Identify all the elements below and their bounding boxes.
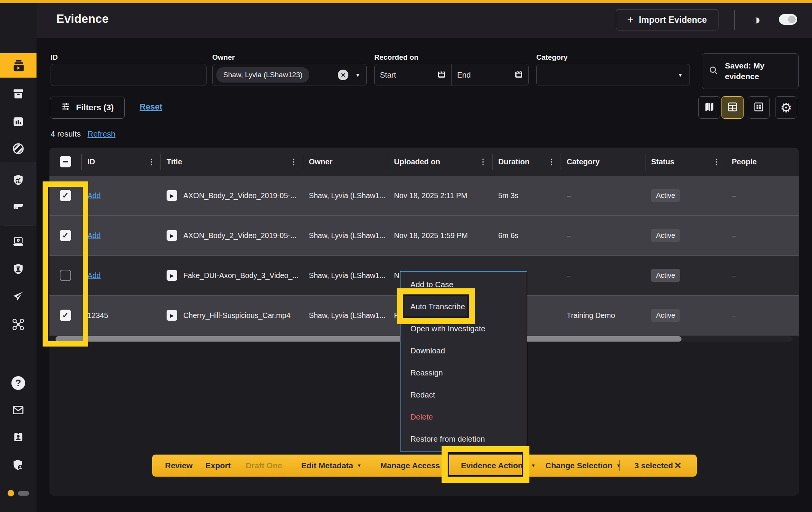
evidence-actions-button[interactable]: Evidence Actions ▼ [461, 455, 536, 477]
sidebar-item-analytics[interactable] [0, 110, 37, 134]
import-evidence-button[interactable]: + Import Evidence [616, 9, 718, 30]
striped-circle-icon [12, 142, 25, 155]
menu-item-redact[interactable]: Redact [400, 384, 527, 406]
contrast-icon[interactable]: ◑ [752, 10, 761, 30]
scrollbar-thumb[interactable] [56, 336, 682, 342]
owner-filter-label: Owner [212, 53, 235, 62]
chevron-down-icon: ▼ [678, 73, 683, 78]
table-view-button[interactable] [721, 96, 744, 119]
video-play-icon: ▶ [167, 310, 177, 321]
column-header-duration[interactable]: Duration ⋮ [492, 148, 561, 176]
sidebar-item-contacts[interactable] [0, 425, 37, 449]
menu-item-auto-transcribe[interactable]: Auto Transcribe [400, 296, 527, 318]
evidence-title[interactable]: Fake_DUI-Axon_Body_3_Video_... [183, 271, 299, 280]
column-header-owner[interactable]: Owner [303, 148, 388, 176]
close-icon[interactable]: ✕ [674, 455, 682, 477]
owner-filter-field[interactable]: Shaw, Lyvia (LShaw123) ✕ ▼ [212, 64, 367, 86]
clear-owner-icon[interactable]: ✕ [338, 70, 348, 80]
column-menu-icon[interactable]: ⋮ [479, 158, 487, 165]
chevron-down-icon[interactable]: ▼ [355, 73, 360, 78]
sidebar-item-help[interactable]: ? [0, 371, 37, 395]
sidebar-item-cases[interactable] [0, 81, 37, 106]
table-row[interactable]: ✓ Add ▶ AXON_Body_2_Video_2019-05-... Sh… [49, 176, 799, 216]
selected-count: 3 selected [634, 455, 673, 477]
id-filter-field[interactable] [51, 64, 207, 86]
add-id-link[interactable]: Add [87, 191, 101, 200]
header-divider [734, 10, 735, 30]
sidebar-item-air-drone[interactable] [0, 312, 37, 337]
row-checkbox-checked[interactable]: ✓ [60, 230, 71, 241]
menu-item-reassign[interactable]: Reassign [400, 362, 527, 384]
column-menu-icon[interactable]: ⋮ [548, 158, 555, 165]
select-all-checkbox-indeterminate[interactable] [60, 156, 71, 167]
category-select[interactable]: ▼ [536, 64, 690, 86]
reset-link[interactable]: Reset [140, 102, 162, 112]
sidebar-item-messages[interactable] [0, 398, 37, 422]
card-view-button[interactable] [748, 96, 770, 119]
settings-view-button[interactable]: ⚙ [775, 96, 797, 119]
column-header-id[interactable]: ID ⋮ [81, 148, 160, 176]
theme-toggle[interactable] [779, 14, 797, 25]
menu-item-open-with-investigate[interactable]: Open with Investigate [400, 318, 527, 340]
add-id-link[interactable]: Add [87, 271, 101, 280]
filters-button[interactable]: Filters (3) [50, 97, 125, 119]
results-count: 4 results [51, 129, 81, 138]
sidebar-item-axon-device[interactable] [0, 230, 37, 254]
change-selection-button[interactable]: Change Selection ▼ [545, 455, 621, 477]
evidence-app: ? [0, 0, 812, 512]
sidebar-item-admin[interactable] [0, 453, 37, 477]
column-header-uploaded-on[interactable]: Uploaded on ⋮ [388, 148, 492, 176]
manage-access-button[interactable]: Manage Access ▼ [380, 455, 448, 477]
evidence-title[interactable]: AXON_Body_2_Video_2019-05-... [183, 231, 297, 240]
status-badge: Active [651, 309, 680, 322]
id-input[interactable] [51, 64, 206, 86]
menu-item-restore-from-deletion[interactable]: Restore from deletion [400, 428, 527, 450]
evidence-icon [12, 59, 25, 72]
sidebar-item-redaction[interactable] [0, 137, 37, 161]
review-button[interactable]: Review [165, 455, 192, 477]
row-checkbox-unchecked[interactable] [60, 270, 71, 281]
category-cell: – [561, 271, 645, 280]
video-play-icon: ▶ [167, 270, 177, 281]
row-checkbox-checked[interactable]: ✓ [60, 310, 71, 321]
menu-item-download[interactable]: Download [400, 340, 527, 362]
end-date-input[interactable]: End [452, 64, 529, 86]
people-cell: – [726, 271, 799, 280]
map-view-button[interactable] [698, 96, 720, 119]
sliders-icon [61, 102, 71, 114]
people-cell: – [726, 231, 799, 240]
sidebar-item-officer[interactable] [0, 257, 37, 281]
calendar-icon[interactable] [437, 70, 446, 81]
edit-metadata-button[interactable]: Edit Metadata ▼ [301, 455, 361, 477]
column-menu-icon[interactable]: ⋮ [148, 158, 155, 165]
sidebar-item-dispatch[interactable] [0, 284, 37, 308]
video-play-icon: ▶ [167, 190, 177, 201]
inactive-pill [18, 491, 29, 496]
owner-cell: Shaw, Lyvia (LShaw1... [303, 271, 388, 280]
filters-button-label: Filters (3) [76, 103, 114, 113]
sidebar-item-taser[interactable] [0, 194, 37, 219]
page-title: Evidence [56, 12, 109, 26]
sidebar-item-performance[interactable] [0, 168, 37, 192]
column-header-category[interactable]: Category [561, 148, 645, 176]
export-button[interactable]: Export [205, 455, 231, 477]
column-menu-icon[interactable]: ⋮ [713, 158, 720, 165]
column-menu-icon[interactable]: ⋮ [290, 158, 297, 165]
start-date-input[interactable]: Start [375, 64, 451, 86]
add-id-link[interactable]: Add [87, 231, 101, 240]
table-row[interactable]: ✓ Add ▶ AXON_Body_2_Video_2019-05-... Sh… [49, 216, 799, 256]
evidence-title[interactable]: Cherry_Hill-Suspicious_Car.mp4 [183, 311, 291, 320]
column-header-status[interactable]: Status ⋮ [645, 148, 726, 176]
menu-item-delete[interactable]: Delete [400, 406, 527, 428]
owner-cell: Shaw, Lyvia (LShaw1... [303, 311, 388, 320]
refresh-link[interactable]: Refresh [87, 129, 116, 138]
column-header-title[interactable]: Title ⋮ [160, 148, 303, 176]
row-checkbox-checked[interactable]: ✓ [60, 190, 71, 201]
sidebar-item-evidence[interactable] [0, 53, 37, 78]
menu-item-add-to-case[interactable]: Add to Case [400, 273, 527, 296]
saved-search-box[interactable]: Saved: My evidence [702, 53, 799, 89]
evidence-title[interactable]: AXON_Body_2_Video_2019-05-... [183, 191, 297, 200]
calendar-icon[interactable] [514, 70, 523, 81]
column-header-people[interactable]: People [726, 148, 799, 176]
sidebar-pagination[interactable] [0, 490, 37, 496]
